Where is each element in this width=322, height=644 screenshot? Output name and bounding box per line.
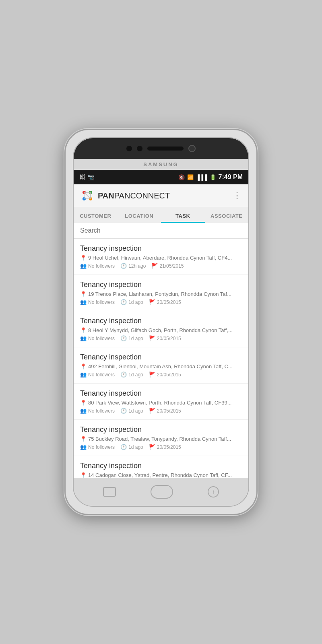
tab-associate[interactable]: ASSOCIATE [205,207,249,223]
task-address: 📍 75 Buckley Road, Trealaw, Tonypandy, R… [80,436,242,442]
logo-area: PANPANCONNECT [80,188,170,203]
status-bar: 🖼 📷 🔇 📶 ▐▐▐ 🔋 7:49 PM [74,170,248,184]
time-ago-text: 1d ago [128,444,143,450]
app-logo-icon [80,188,95,203]
home-button[interactable] [151,485,173,499]
task-item[interactable]: Tenancy inspection 📍 9 Heol Uchel, Hirwa… [74,239,248,275]
location-icon: 📍 [80,436,87,442]
time-ago-text: 12h ago [128,263,146,269]
task-title: Tenancy inspection [80,244,242,253]
date-text: 20/05/2015 [157,372,181,378]
followers-meta: 👥 No followers [80,263,115,269]
followers-text: No followers [88,372,115,378]
time-meta: 🕐 1d ago [120,335,143,341]
speaker-bar [147,147,184,151]
followers-icon: 👥 [80,299,87,305]
task-meta: 👥 No followers 🕐 1d ago 🚩 20/05/2015 [80,299,242,305]
overflow-menu-button[interactable]: ⋮ [233,190,242,201]
task-meta: 👥 No followers 🕐 1d ago 🚩 20/05/2015 [80,372,242,378]
task-title: Tenancy inspection [80,389,242,398]
followers-icon: 👥 [80,444,87,450]
clock-icon: 🕐 [120,335,127,341]
clock-icon: 🕐 [120,263,127,269]
brand-label: SAMSUNG [74,159,248,170]
clock-icon: 🕐 [120,444,127,450]
location-icon: 📍 [80,400,87,406]
time-meta: 🕐 1d ago [120,299,143,305]
followers-meta: 👥 No followers [80,444,115,450]
task-item[interactable]: Tenancy inspection 📍 19 Trenos Place, Ll… [74,275,248,311]
date-text: 20/05/2015 [157,336,181,341]
task-address: 📍 80 Park View, Wattstown, Porth, Rhondd… [80,400,242,406]
back-button[interactable] [208,486,219,497]
status-right-info: 🔇 📶 ▐▐▐ 🔋 7:49 PM [178,173,243,181]
date-meta: 🚩 20/05/2015 [149,444,181,450]
task-item[interactable]: Tenancy inspection 📍 75 Buckley Road, Tr… [74,420,248,456]
date-meta: 🚩 20/05/2015 [149,408,181,414]
time-ago-text: 1d ago [128,372,143,378]
app-content: PANPANCONNECT ⋮ CUSTOMER LOCATION TASK A… [74,184,248,478]
task-address: 📍 9 Heol Uchel, Hirwaun, Aberdare, Rhond… [80,255,242,261]
task-address: 📍 8 Heol Y Mynydd, Gilfach Goch, Porth, … [80,327,242,333]
followers-icon: 👥 [80,408,87,414]
app-header: PANPANCONNECT ⋮ [74,184,248,207]
mute-icon: 🔇 [178,174,185,180]
task-title: Tenancy inspection [80,462,242,470]
followers-meta: 👥 No followers [80,299,115,305]
tab-task[interactable]: TASK [161,207,205,223]
date-meta: 🚩 21/05/2015 [151,263,184,269]
followers-meta: 👥 No followers [80,408,115,414]
brand-text: SAMSUNG [143,161,178,167]
date-text: 21/05/2015 [159,263,184,269]
search-bar[interactable] [74,223,248,239]
followers-text: No followers [88,263,115,269]
followers-text: No followers [88,299,115,305]
task-title: Tenancy inspection [80,281,242,289]
speaker-dot-right [137,146,142,151]
task-item[interactable]: Tenancy inspection 📍 492 Fernhill, Glenb… [74,347,248,384]
date-meta: 🚩 20/05/2015 [149,299,181,305]
task-meta: 👥 No followers 🕐 1d ago 🚩 20/05/2015 [80,408,242,414]
date-meta: 🚩 20/05/2015 [149,372,181,378]
task-address: 📍 19 Trenos Place, Llanharan, Pontyclun,… [80,291,242,297]
time-meta: 🕐 1d ago [120,444,143,450]
clock-icon: 🕐 [120,299,127,305]
followers-meta: 👥 No followers [80,372,115,378]
date-text: 20/05/2015 [157,444,181,450]
app-name: PANPANCONNECT [98,191,170,200]
phone-top-hardware [74,138,248,159]
flag-icon: 🚩 [149,408,155,414]
tab-location[interactable]: LOCATION [118,207,161,223]
tab-customer[interactable]: CUSTOMER [74,207,118,223]
task-item[interactable]: Tenancy inspection 📍 14 Cadogan Close, Y… [74,456,248,478]
followers-icon: 👥 [80,335,87,341]
time-meta: 🕐 1d ago [120,372,143,378]
location-icon: 📍 [80,472,87,478]
phone-device: SAMSUNG 🖼 📷 🔇 📶 ▐▐▐ 🔋 7:49 PM [64,129,258,515]
time-meta: 🕐 12h ago [120,263,146,269]
location-icon: 📍 [80,291,87,297]
phone-bottom-hardware [74,478,248,506]
image-icon: 📷 [87,174,94,180]
task-item[interactable]: Tenancy inspection 📍 8 Heol Y Mynydd, Gi… [74,311,248,347]
time-meta: 🕐 1d ago [120,408,143,414]
recents-button[interactable] [103,487,116,497]
date-text: 20/05/2015 [157,408,181,414]
followers-text: No followers [88,336,115,341]
location-icon: 📍 [80,363,87,369]
followers-icon: 👥 [80,372,87,378]
task-title: Tenancy inspection [80,317,242,325]
search-input[interactable] [80,227,242,234]
tab-bar: CUSTOMER LOCATION TASK ASSOCIATE [74,207,248,223]
task-title: Tenancy inspection [80,425,242,434]
date-text: 20/05/2015 [157,299,181,305]
task-title: Tenancy inspection [80,353,242,361]
task-meta: 👥 No followers 🕐 1d ago 🚩 20/05/2015 [80,444,242,450]
followers-meta: 👥 No followers [80,335,115,341]
flag-icon: 🚩 [149,299,155,305]
flag-icon: 🚩 [151,263,158,269]
phone-screen: SAMSUNG 🖼 📷 🔇 📶 ▐▐▐ 🔋 7:49 PM [73,137,249,507]
time-ago-text: 1d ago [128,336,143,341]
task-item[interactable]: Tenancy inspection 📍 80 Park View, Watts… [74,384,248,420]
location-icon: 📍 [80,327,87,333]
